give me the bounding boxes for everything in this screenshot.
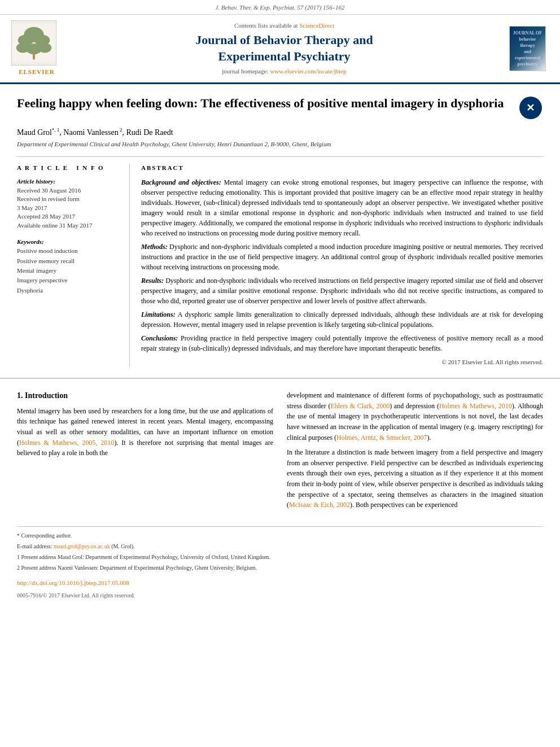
abstract-background: Background and objectives: Mental imager… bbox=[141, 177, 543, 238]
methods-label: Methods: bbox=[141, 243, 168, 251]
footnote-email-link[interactable]: maud.grol@psy.ox.ac.uk bbox=[54, 543, 110, 549]
intro-para2: In the literature a distinction is made … bbox=[287, 447, 543, 510]
limitations-text: A dysphoric sample limits generalization… bbox=[141, 311, 543, 329]
body-left-column: 1. Introduction Mental imagery has been … bbox=[17, 390, 273, 515]
accepted-date: Accepted 28 May 2017 bbox=[17, 212, 121, 221]
sciencedirect-link[interactable]: ScienceDirect bbox=[299, 22, 334, 29]
footnote-email: E-mail address: maud.grol@psy.ox.ac.uk (… bbox=[17, 542, 543, 551]
article-info-panel: A R T I C L E I N F O Article history: R… bbox=[17, 164, 130, 366]
abstract-limitations: Limitations: A dysphoric sample limits g… bbox=[141, 309, 543, 330]
article-history-label: Article history: bbox=[17, 178, 55, 185]
article-title: Feeling happy when feeling down: The eff… bbox=[17, 95, 506, 112]
conclusions-text: Providing practice in field perspective … bbox=[141, 334, 543, 352]
keyword-3: Mental imagery bbox=[17, 267, 121, 275]
journal-homepage-link[interactable]: www.elsevier.com/locate/jbtep bbox=[270, 68, 347, 75]
abstract-panel: Abstract Background and objectives: Ment… bbox=[141, 164, 543, 366]
limitations-label: Limitations: bbox=[141, 311, 176, 318]
abstract-text: Background and objectives: Mental imager… bbox=[141, 177, 543, 353]
info-abstract-columns: A R T I C L E I N F O Article history: R… bbox=[17, 156, 543, 366]
ref-holmes-arntz[interactable]: Holmes, Arntz, & Smucker, 2007 bbox=[336, 434, 427, 442]
author2-name: , Naomi Vanlessen bbox=[59, 128, 118, 136]
body-left-text: Mental imagery has been used by research… bbox=[17, 406, 273, 458]
ref-ehlers-clark[interactable]: Ehlers & Clark, 2000 bbox=[330, 402, 390, 410]
section1-heading: 1. Introduction bbox=[17, 390, 273, 401]
keyword-1: Positive mood induction bbox=[17, 247, 121, 255]
abstract-copyright: © 2017 Elsevier Ltd. All rights reserved… bbox=[141, 358, 543, 366]
bottom-copyright: 0005-7916/© 2017 Elsevier Ltd. All right… bbox=[0, 592, 560, 605]
crossmark-icon[interactable]: ✕ bbox=[519, 97, 542, 119]
crossmark-logo[interactable]: ✕ bbox=[518, 95, 543, 121]
doi-link[interactable]: http://dx.doi.org/10.1016/j.jbtep.2017.0… bbox=[17, 579, 129, 586]
keywords-label: Keywords: bbox=[17, 238, 44, 245]
bottom-doi-link-area: http://dx.doi.org/10.1016/j.jbtep.2017.0… bbox=[0, 574, 560, 592]
elsevier-logo-area: ELSEVIER bbox=[11, 20, 62, 76]
journal-cover-image: JOURNAL OFbehaviortherapyandexperimental… bbox=[509, 26, 546, 71]
ref-mcisaac-eich[interactable]: McIsaac & Eich, 2002 bbox=[289, 501, 350, 509]
keyword-2: Positive memory recall bbox=[17, 257, 121, 265]
footnotes-section: * Corresponding author. E-mail address: … bbox=[17, 526, 543, 572]
footnote-email-name: (M. Grol). bbox=[111, 543, 134, 549]
journal-cover-thumb: JOURNAL OFbehaviortherapyandexperimental… bbox=[506, 26, 549, 71]
author1-name: Maud Grol bbox=[17, 128, 52, 136]
article-info-heading: A R T I C L E I N F O bbox=[17, 164, 121, 172]
received-revised-date: 3 May 2017 bbox=[17, 204, 121, 212]
body-right-column: development and maintenance of different… bbox=[287, 390, 543, 515]
abstract-conclusions: Conclusions: Providing practice in field… bbox=[141, 333, 543, 353]
body-right-text: development and maintenance of different… bbox=[287, 390, 543, 510]
abstract-results: Results: Dysphoric and non-dysphoric ind… bbox=[141, 276, 543, 306]
authors-line: Maud Grol*, 1, Naomi Vanlessen 2, Rudi D… bbox=[17, 126, 543, 138]
elsevier-tree-image bbox=[11, 20, 56, 65]
footnote-2: 2 Present address Naomi Vanlessen: Depar… bbox=[17, 563, 543, 572]
keyword-4: Imagery perspective bbox=[17, 276, 121, 285]
ref-holmes-mathews-2010[interactable]: Holmes & Mathews, 2010 bbox=[439, 402, 512, 410]
elsevier-wordmark: ELSEVIER bbox=[11, 68, 62, 76]
keyword-5: Dysphoria bbox=[17, 286, 121, 295]
svg-rect-7 bbox=[33, 51, 35, 60]
abstract-heading: Abstract bbox=[141, 164, 543, 172]
body-section: 1. Introduction Mental imagery has been … bbox=[0, 379, 560, 521]
intro-para1-cont: development and maintenance of different… bbox=[287, 390, 543, 443]
title-row: Feeling happy when feeling down: The eff… bbox=[17, 95, 543, 121]
article-header-section: Feeling happy when feeling down: The eff… bbox=[0, 84, 560, 379]
journal-title-block: Contents lists available at ScienceDirec… bbox=[68, 21, 501, 76]
available-online-date: Available online 31 May 2017 bbox=[17, 221, 121, 230]
author-affiliation: Department of Experimental Clinical and … bbox=[17, 140, 543, 148]
footnote-corresponding: * Corresponding author. bbox=[17, 531, 543, 540]
sciencedirect-link-line: Contents lists available at ScienceDirec… bbox=[68, 21, 501, 30]
journal-title: Journal of Behavior Therapy and Experime… bbox=[68, 32, 501, 64]
received-revised-label: Received in revised form bbox=[17, 195, 121, 203]
received-date: Received 30 August 2016 bbox=[17, 186, 121, 195]
conclusions-label: Conclusions: bbox=[141, 334, 178, 342]
author1-sup: *, 1 bbox=[52, 127, 60, 133]
background-label: Background and objectives: bbox=[141, 178, 221, 186]
svg-point-6 bbox=[38, 43, 51, 53]
journal-homepage-line: journal homepage: www.elsevier.com/locat… bbox=[68, 67, 501, 76]
results-label: Results: bbox=[141, 277, 164, 285]
intro-para1: Mental imagery has been used by research… bbox=[17, 406, 273, 458]
keywords-block: Keywords: Positive mood induction Positi… bbox=[17, 237, 121, 295]
journal-reference: J. Behav. Ther. & Exp. Psychiat. 57 (201… bbox=[0, 0, 560, 15]
results-text: Dysphoric and non-dysphoric individuals … bbox=[141, 277, 543, 305]
ref-holmes-mathews[interactable]: Holmes & Mathews, 2005, 2010 bbox=[19, 439, 114, 447]
article-history-block: Article history: Received 30 August 2016… bbox=[17, 176, 121, 230]
keywords-list: Positive mood induction Positive memory … bbox=[17, 247, 121, 295]
abstract-methods: Methods: Dysphoric and non-dysphoric ind… bbox=[141, 242, 543, 272]
background-text: Mental imagery can evoke strong emotiona… bbox=[141, 178, 543, 237]
journal-header: ELSEVIER Contents lists available at Sci… bbox=[0, 15, 560, 84]
footnote-1: 1 Present address Maud Grol: Department … bbox=[17, 553, 543, 561]
author3-name: , Rudi De Raedt bbox=[122, 128, 173, 136]
methods-text: Dysphoric and non-dysphoric individuals … bbox=[141, 243, 543, 271]
